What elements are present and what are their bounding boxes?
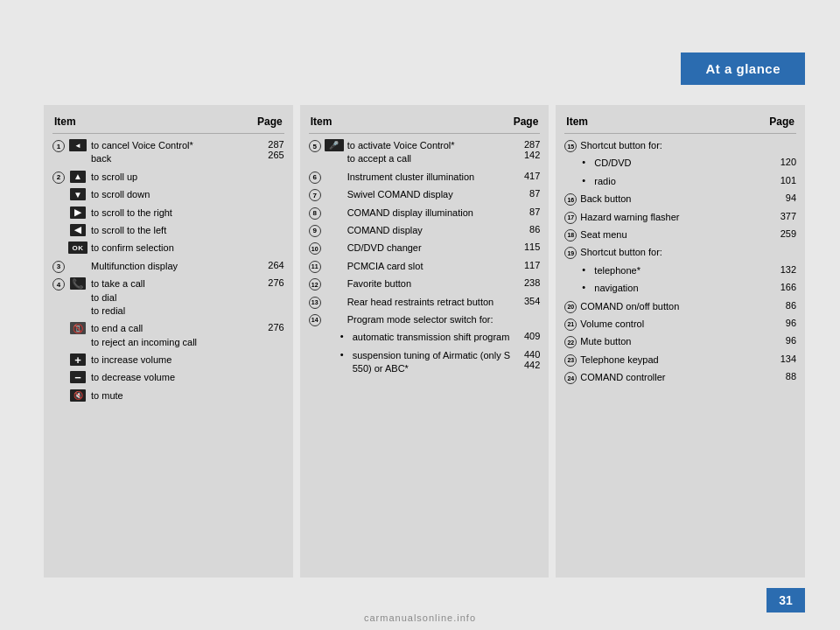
bullet-item: • CD/DVD 120	[564, 157, 796, 170]
item-num: 10	[309, 242, 321, 255]
bullet: •	[582, 157, 591, 167]
item-page: 87	[515, 206, 540, 217]
bullet-item: • automatic transmission shift program 4…	[309, 331, 541, 344]
item-text: to increase volume	[91, 354, 256, 367]
item-text: COMAND controller	[580, 371, 768, 384]
mute-icon: 🔇	[68, 389, 88, 402]
item-page: 287 265	[260, 139, 284, 160]
item-num: 15	[564, 139, 577, 152]
item-text: to decrease volume	[91, 371, 256, 384]
item-num: 18	[564, 228, 577, 242]
item-num: 14	[309, 313, 321, 326]
item-text: Swivel COMAND display	[347, 188, 513, 201]
item-text: PCMCIA card slot	[347, 260, 513, 273]
bullet-text: automatic transmission shift program	[353, 331, 513, 344]
watermark: carmanualsonline.info	[0, 612, 840, 623]
table-row: 17 Hazard warning flasher 377	[564, 211, 796, 224]
item-page: 287 142	[515, 139, 540, 160]
item-text: Volume control	[580, 318, 768, 331]
item-text: to cancel Voice Control* back	[91, 139, 256, 166]
arrow-down-icon	[68, 188, 88, 200]
table-row: 5 🎤 to activate Voice Control* to accept…	[309, 139, 541, 166]
col2-item-header: Item	[311, 116, 332, 128]
table-row: 6 Instrument cluster illumination 417	[309, 171, 541, 184]
bullet-text: telephone*	[594, 264, 768, 277]
item-text: Multifunction display	[91, 260, 256, 273]
voice-control-icon: 🎤	[325, 139, 344, 151]
item-text: COMAND display	[347, 224, 513, 237]
bullet-text: radio	[594, 175, 768, 188]
table-row: 22 Mute button 96	[564, 335, 796, 348]
item-num	[52, 389, 65, 390]
plus-icon: +	[68, 354, 88, 366]
table-row: + to increase volume	[52, 354, 284, 367]
table-row: 23 Telephone keypad 134	[564, 354, 796, 367]
table-row: to scroll to the right	[52, 206, 284, 220]
item-text: COMAND on/off button	[580, 300, 768, 313]
col3-page-header: Page	[769, 116, 794, 128]
item-num	[52, 354, 65, 354]
table-section-3: Item Page 15 Shortcut button for: • CD/D…	[556, 105, 805, 578]
item-text: Program mode selector switch for:	[347, 313, 513, 326]
bullet-text: suspension tuning of Airmatic (only S 55…	[353, 349, 513, 376]
ok-icon: OK	[68, 242, 88, 254]
item-num: 12	[309, 277, 321, 290]
col2-page-header: Page	[514, 116, 539, 128]
table-row: 21 Volume control 96	[564, 318, 796, 331]
minus-icon: −	[68, 371, 88, 383]
item-page: 417	[515, 171, 540, 181]
table-section-2: Item Page 5 🎤 to activate Voice Control*…	[300, 105, 550, 578]
table-row: to scroll down	[52, 188, 284, 201]
item-num: 4	[52, 277, 65, 290]
arrow-up-icon	[68, 171, 88, 183]
item-text: CD/DVD changer	[347, 242, 513, 255]
bullet: •	[340, 331, 349, 341]
item-text: Shortcut button for:	[580, 139, 768, 152]
item-text: Rear head restraints retract button	[347, 296, 513, 309]
table-row: 18 Seat menu 259	[564, 228, 796, 242]
table-row: 7 Swivel COMAND display 87	[309, 188, 541, 201]
item-num	[52, 371, 65, 372]
bullet-text: CD/DVD	[594, 157, 768, 170]
main-content: Item Page 1 ◄ to cancel Voice Control* b…	[44, 105, 805, 578]
item-num: 16	[564, 192, 577, 206]
item-text: to end a call to reject an incoming call	[91, 322, 256, 349]
bullet-page: 120	[772, 157, 796, 167]
table-header-1: Item Page	[52, 112, 284, 134]
item-page: 354	[515, 296, 540, 306]
item-num: 19	[564, 246, 577, 259]
item-text: to scroll to the right	[91, 206, 256, 220]
table-header-3: Item Page	[564, 112, 796, 134]
item-page: 96	[772, 318, 796, 328]
item-text: to scroll down	[91, 188, 256, 201]
bullet-page: 409	[515, 331, 540, 341]
item-num: 5	[309, 139, 321, 152]
item-text: to activate Voice Control* to accept a c…	[347, 139, 513, 166]
item-text: to scroll to the left	[91, 224, 256, 237]
table-header-2: Item Page	[309, 112, 541, 134]
item-num: 2	[52, 171, 65, 184]
item-num: 9	[309, 224, 321, 237]
item-text: to mute	[91, 389, 256, 402]
item-num: 20	[564, 300, 577, 313]
item-page: 86	[772, 300, 796, 311]
item-num: 23	[564, 354, 577, 367]
bullet: •	[582, 282, 591, 292]
item-page: 377	[772, 211, 796, 221]
page-number-badge: 31	[766, 588, 805, 612]
item-text: Mute button	[580, 335, 768, 348]
item-text: Hazard warning flasher	[580, 211, 768, 224]
item-num	[52, 242, 65, 242]
item-page: 117	[515, 260, 540, 270]
item-page: 238	[515, 277, 540, 288]
bullet: •	[582, 175, 591, 186]
table-row: to scroll to the left	[52, 224, 284, 237]
table-row: OK to confirm selection	[52, 242, 284, 255]
item-num	[52, 206, 65, 207]
item-page: 86	[515, 224, 540, 234]
table-row: 19 Shortcut button for:	[564, 246, 796, 259]
item-num	[52, 322, 65, 323]
table-row: 9 COMAND display 86	[309, 224, 541, 237]
item-text: Shortcut button for:	[580, 246, 768, 259]
item-num: 3	[52, 260, 65, 273]
